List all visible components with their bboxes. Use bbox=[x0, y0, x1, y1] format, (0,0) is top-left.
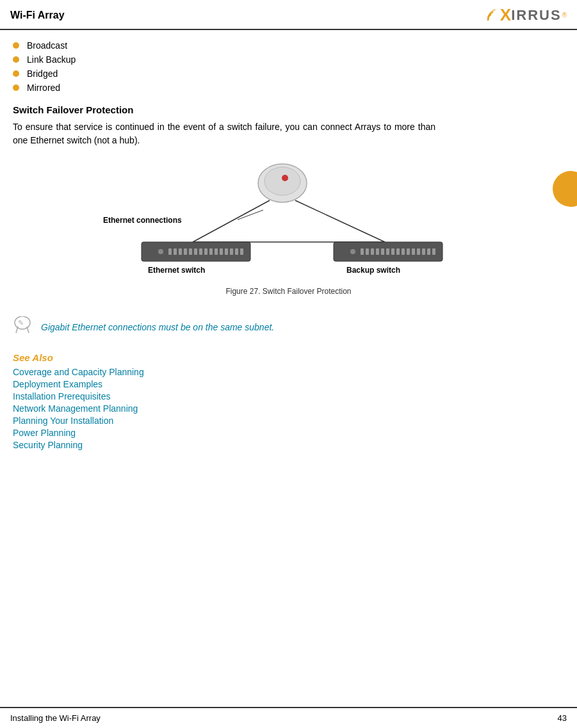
svg-rect-29 bbox=[381, 248, 384, 255]
see-also-link[interactable]: Planning Your Installation bbox=[13, 416, 113, 426]
logo-text: IRRUS bbox=[511, 7, 561, 24]
svg-rect-32 bbox=[396, 248, 400, 255]
list-item[interactable]: Network Management Planning bbox=[13, 403, 564, 414]
page-title: Wi-Fi Array bbox=[10, 10, 65, 21]
section-heading: Switch Failover Protection bbox=[13, 104, 564, 115]
list-item: Broadcast bbox=[13, 40, 564, 51]
main-content: Broadcast Link Backup Bridged Mirrored S… bbox=[0, 30, 577, 462]
see-also-link[interactable]: Coverage and Capacity Planning bbox=[13, 367, 144, 377]
bullet-dot bbox=[13, 70, 19, 77]
bullet-dot bbox=[13, 42, 19, 49]
list-item[interactable]: Power Planning bbox=[13, 428, 564, 438]
svg-rect-11 bbox=[184, 248, 187, 255]
list-item-label: Broadcast bbox=[27, 40, 67, 51]
svg-rect-14 bbox=[199, 248, 202, 255]
list-item[interactable]: Security Planning bbox=[13, 440, 564, 450]
footer-left-text: Installing the Wi-Fi Array bbox=[10, 713, 101, 723]
list-item[interactable]: Planning Your Installation bbox=[13, 416, 564, 426]
svg-rect-18 bbox=[220, 248, 223, 255]
svg-rect-27 bbox=[371, 248, 374, 255]
svg-rect-33 bbox=[402, 248, 405, 255]
svg-rect-35 bbox=[412, 248, 415, 255]
see-also-link[interactable]: Power Planning bbox=[13, 428, 76, 438]
note-text: Gigabit Ethernet connections must be on … bbox=[41, 322, 274, 332]
svg-point-1 bbox=[264, 167, 300, 195]
list-item: Bridged bbox=[13, 69, 564, 79]
svg-rect-39 bbox=[432, 248, 435, 255]
svg-rect-16 bbox=[209, 248, 213, 255]
note-box: ✎ Gigabit Ethernet connections must be o… bbox=[13, 316, 448, 338]
svg-rect-38 bbox=[427, 248, 430, 255]
svg-text:Backup switch: Backup switch bbox=[346, 266, 400, 275]
svg-rect-19 bbox=[225, 248, 228, 255]
svg-rect-12 bbox=[189, 248, 192, 255]
svg-rect-20 bbox=[230, 248, 233, 255]
see-also-link[interactable]: Installation Prerequisites bbox=[13, 391, 111, 401]
svg-text:✎: ✎ bbox=[18, 319, 24, 327]
svg-point-7 bbox=[158, 249, 163, 254]
list-item: Link Backup bbox=[13, 54, 564, 65]
logo-x: X bbox=[500, 5, 511, 25]
list-item[interactable]: Deployment Examples bbox=[13, 379, 564, 389]
body-paragraph: To ensure that service is continued in t… bbox=[13, 120, 435, 147]
svg-rect-26 bbox=[366, 248, 369, 255]
logo-registered: ® bbox=[562, 12, 567, 19]
see-also-section: See Also Coverage and Capacity Planning … bbox=[13, 352, 564, 450]
page-header: Wi-Fi Array XIRRUS ® bbox=[0, 0, 577, 30]
svg-rect-13 bbox=[194, 248, 197, 255]
svg-line-4 bbox=[295, 200, 385, 242]
svg-rect-15 bbox=[204, 248, 207, 255]
svg-rect-17 bbox=[215, 248, 218, 255]
see-also-links: Coverage and Capacity Planning Deploymen… bbox=[13, 367, 564, 450]
footer-page-number: 43 bbox=[558, 713, 567, 723]
svg-rect-28 bbox=[376, 248, 379, 255]
svg-rect-25 bbox=[361, 248, 364, 255]
svg-rect-31 bbox=[391, 248, 394, 255]
see-also-link[interactable]: Security Planning bbox=[13, 440, 83, 450]
svg-text:Ethernet switch: Ethernet switch bbox=[148, 266, 205, 275]
figure-container: Ethernet connections Ethernet switch Bac… bbox=[13, 159, 564, 305]
see-also-heading: See Also bbox=[13, 352, 564, 363]
svg-line-3 bbox=[193, 200, 270, 242]
diagram-svg: Ethernet connections Ethernet switch Bac… bbox=[90, 159, 487, 287]
svg-text:Ethernet connections: Ethernet connections bbox=[103, 216, 182, 225]
note-pencil-icon: ✎ bbox=[13, 316, 32, 334]
list-item: Mirrored bbox=[13, 83, 564, 93]
svg-rect-36 bbox=[417, 248, 420, 255]
list-item[interactable]: Coverage and Capacity Planning bbox=[13, 367, 564, 377]
bullet-list: Broadcast Link Backup Bridged Mirrored bbox=[13, 40, 564, 93]
logo: XIRRUS ® bbox=[478, 5, 567, 25]
svg-point-24 bbox=[350, 249, 355, 254]
svg-rect-8 bbox=[168, 248, 172, 255]
see-also-link[interactable]: Deployment Examples bbox=[13, 379, 102, 389]
list-item[interactable]: Installation Prerequisites bbox=[13, 391, 564, 401]
svg-rect-22 bbox=[240, 248, 243, 255]
svg-rect-34 bbox=[407, 248, 410, 255]
note-icon: ✎ bbox=[13, 316, 32, 338]
list-item-label: Bridged bbox=[27, 69, 58, 79]
page-footer: Installing the Wi-Fi Array 43 bbox=[0, 707, 577, 728]
figure-caption: Figure 27. Switch Failover Protection bbox=[225, 287, 351, 296]
svg-rect-37 bbox=[422, 248, 425, 255]
svg-point-2 bbox=[282, 175, 288, 181]
svg-rect-10 bbox=[179, 248, 182, 255]
see-also-link[interactable]: Network Management Planning bbox=[13, 403, 138, 414]
svg-line-40 bbox=[238, 210, 263, 220]
bullet-dot bbox=[13, 56, 19, 63]
bullet-dot bbox=[13, 85, 19, 91]
list-item-label: Link Backup bbox=[27, 54, 76, 65]
svg-rect-30 bbox=[386, 248, 389, 255]
logo-signal-icon bbox=[478, 8, 498, 22]
svg-rect-9 bbox=[174, 248, 177, 255]
svg-rect-21 bbox=[235, 248, 238, 255]
list-item-label: Mirrored bbox=[27, 83, 60, 93]
